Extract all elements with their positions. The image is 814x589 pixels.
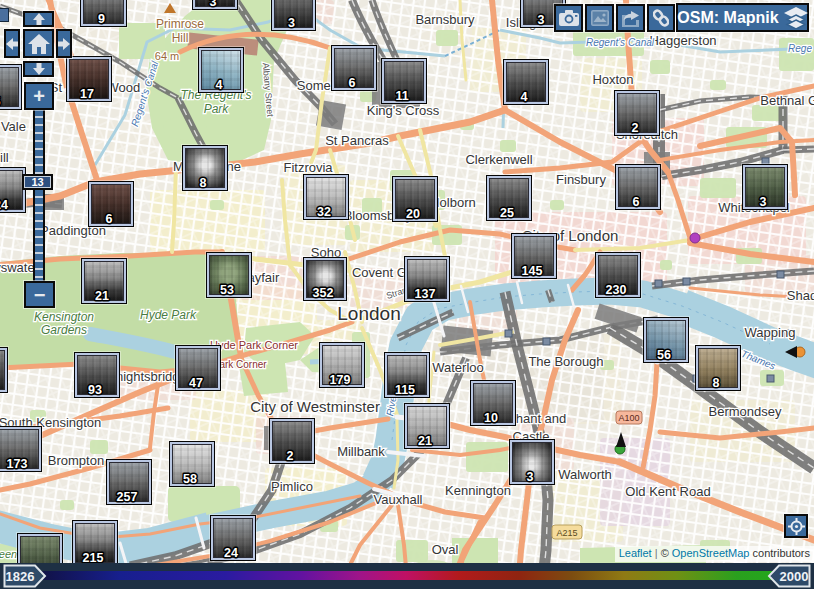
- svg-text:King's Cross: King's Cross: [367, 103, 440, 118]
- svg-text:230: 230: [606, 283, 627, 297]
- svg-text:47: 47: [189, 376, 203, 390]
- svg-text:25: 25: [500, 206, 514, 220]
- svg-text:24: 24: [224, 546, 238, 560]
- svg-text:21: 21: [95, 289, 109, 303]
- svg-text:een: een: [0, 548, 17, 560]
- svg-text:352: 352: [313, 286, 334, 300]
- svg-text:257: 257: [117, 490, 138, 504]
- svg-text:Kennington: Kennington: [445, 483, 511, 498]
- svg-text:Primrose: Primrose: [156, 17, 204, 31]
- svg-text:London: London: [337, 303, 400, 324]
- svg-text:Clerkenwell: Clerkenwell: [465, 152, 532, 167]
- svg-text:Regent's Canal: Regent's Canal: [586, 37, 655, 48]
- svg-text:3: 3: [527, 470, 534, 484]
- svg-text:Shad: Shad: [787, 288, 814, 303]
- svg-text:Fitzrovia: Fitzrovia: [283, 160, 333, 175]
- svg-text:Kensington: Kensington: [34, 310, 94, 324]
- svg-text:Bermondsey: Bermondsey: [709, 404, 782, 419]
- svg-text:20: 20: [406, 207, 420, 221]
- svg-text:Park: Park: [204, 102, 230, 116]
- svg-text:Gardens: Gardens: [41, 323, 87, 337]
- svg-text:Hill: Hill: [172, 31, 189, 45]
- svg-text:3: 3: [760, 195, 767, 209]
- svg-text:11: 11: [395, 89, 408, 103]
- svg-text:ill: ill: [0, 150, 9, 165]
- svg-text:9: 9: [98, 12, 105, 26]
- svg-text:2: 2: [287, 449, 294, 463]
- svg-text:Brompton: Brompton: [48, 453, 104, 468]
- svg-text:137: 137: [415, 287, 436, 301]
- svg-text:21: 21: [418, 434, 432, 448]
- svg-text:Hoxton: Hoxton: [592, 72, 633, 87]
- svg-text:32: 32: [317, 205, 331, 219]
- svg-text:Rege: Rege: [788, 43, 812, 54]
- svg-text:4: 4: [521, 90, 528, 104]
- svg-text:8: 8: [200, 176, 207, 190]
- svg-text:56: 56: [657, 348, 671, 362]
- svg-text:173: 173: [7, 457, 28, 471]
- svg-text:Barnsbury: Barnsbury: [415, 12, 475, 27]
- svg-text:A100: A100: [618, 413, 639, 423]
- svg-text:10: 10: [484, 411, 498, 425]
- svg-text:St Pancras: St Pancras: [325, 133, 389, 148]
- svg-text:Bethnal Gre: Bethnal Gre: [760, 93, 814, 108]
- svg-text:3: 3: [288, 16, 295, 30]
- svg-text:The Borough: The Borough: [528, 354, 603, 369]
- svg-text:Millbank: Millbank: [337, 444, 385, 459]
- svg-text:3: 3: [538, 13, 545, 27]
- svg-text:4: 4: [216, 78, 223, 92]
- svg-text:64 m: 64 m: [155, 50, 179, 62]
- svg-text:Pimlico: Pimlico: [271, 479, 313, 494]
- svg-text:58: 58: [183, 472, 197, 486]
- svg-text:Haggerston: Haggerston: [649, 33, 716, 48]
- svg-text:Oval: Oval: [432, 542, 459, 557]
- svg-text:A215: A215: [556, 528, 577, 538]
- svg-text:Hyde Park: Hyde Park: [140, 308, 197, 322]
- svg-text:53: 53: [220, 283, 234, 297]
- svg-text:Vauxhall: Vauxhall: [374, 492, 423, 507]
- svg-text:6: 6: [349, 76, 356, 90]
- svg-text:2000: 2000: [780, 569, 809, 584]
- svg-text:5: 5: [0, 95, 1, 109]
- svg-text:115: 115: [395, 383, 415, 397]
- svg-text:24: 24: [0, 198, 8, 212]
- svg-text:1826: 1826: [6, 569, 35, 584]
- svg-text:17: 17: [80, 87, 94, 101]
- svg-text:3: 3: [210, 0, 217, 9]
- svg-text:Wapping: Wapping: [745, 325, 796, 340]
- svg-text:Waterloo: Waterloo: [432, 360, 484, 375]
- svg-text:City of Westminster: City of Westminster: [250, 398, 380, 415]
- svg-text:a Vale: a Vale: [0, 119, 26, 134]
- svg-text:Old Kent Road: Old Kent Road: [625, 484, 710, 499]
- svg-text:93: 93: [88, 383, 102, 397]
- svg-text:ark Corner: ark Corner: [219, 359, 267, 370]
- svg-text:Hyde Park Corner: Hyde Park Corner: [210, 339, 298, 351]
- svg-text:179: 179: [330, 373, 351, 387]
- svg-text:8: 8: [713, 376, 720, 390]
- svg-text:2: 2: [632, 121, 639, 135]
- svg-text:6: 6: [106, 212, 113, 226]
- svg-text:6: 6: [633, 195, 640, 209]
- svg-text:Finsbury: Finsbury: [556, 172, 606, 187]
- svg-text:145: 145: [522, 264, 543, 278]
- svg-text:Walworth: Walworth: [558, 467, 612, 482]
